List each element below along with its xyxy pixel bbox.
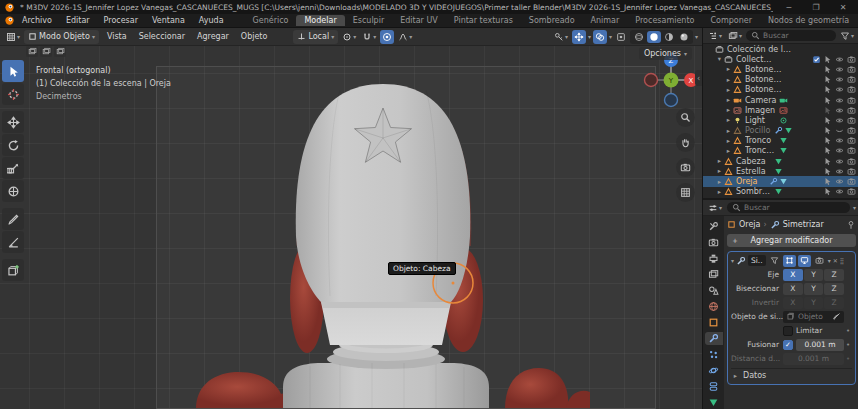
nav-camera-view-button[interactable] <box>676 158 695 177</box>
properties-search-input[interactable]: Buscar <box>727 202 850 213</box>
editor-type-icon[interactable]: ▾ <box>4 30 22 44</box>
viewport-mini-toggle-1[interactable] <box>26 46 38 57</box>
outliner-row-camera[interactable]: ▸Camera <box>703 95 858 105</box>
toggle-pointer-icon[interactable] <box>822 177 833 186</box>
menu-editar[interactable]: Editar <box>59 16 97 25</box>
tool-measure[interactable] <box>2 231 24 253</box>
outliner-row-oreja[interactable]: ▸Oreja <box>703 176 858 186</box>
axis-x-button[interactable]: X <box>783 269 803 281</box>
viewport-canvas[interactable]: Frontal (ortogonal) (1) Colección de la … <box>0 46 702 409</box>
toggle-eye-icon[interactable] <box>834 96 845 105</box>
toggle-camera-icon[interactable] <box>846 96 857 105</box>
tool-annotate[interactable] <box>2 208 24 230</box>
viewport-3d[interactable]: ▾ Modo Objeto▾ VistaSeleccionarAgregarOb… <box>0 28 702 409</box>
viewport-mini-toggle-3[interactable] <box>54 46 66 57</box>
workspace-tab-nodos-de-geometría[interactable]: Nodos de geometría <box>760 15 857 26</box>
workspace-tab-animar[interactable]: Animar <box>583 15 628 26</box>
axis-z-button[interactable]: Z <box>824 283 844 295</box>
sidebar-collapse-arrow[interactable]: ‹ <box>695 70 702 86</box>
shading-rendered-button[interactable] <box>677 31 691 43</box>
overlays-toggle[interactable] <box>593 30 607 44</box>
expand-chevron-icon[interactable]: ▸ <box>724 147 733 155</box>
toggle-eye-icon[interactable] <box>834 75 845 84</box>
toggle-eye-icon[interactable] <box>834 55 845 64</box>
gizmos-toggle[interactable] <box>572 30 586 44</box>
modifier-name-field[interactable]: Si.. <box>748 255 766 266</box>
properties-options-dropdown[interactable]: ▾ <box>853 205 856 211</box>
modifier-drag-handle[interactable]: ⣿ <box>840 258 844 264</box>
minimize-button[interactable]: ─ <box>778 0 800 14</box>
expand-chevron-icon[interactable]: ▸ <box>724 127 733 135</box>
expand-chevron-icon[interactable]: ▸ <box>724 65 733 73</box>
tool-select-box[interactable] <box>2 60 24 82</box>
outliner-row-cabeza[interactable]: ▸Cabeza <box>703 156 858 166</box>
pivot-dropdown[interactable]: ▾ <box>340 30 358 44</box>
subpanel-datos[interactable]: ▸Datos <box>731 368 852 380</box>
axis-x-button[interactable]: X <box>783 283 803 295</box>
toggle-camera-icon[interactable] <box>846 55 857 64</box>
toggle-pointer-icon[interactable] <box>822 65 833 74</box>
transform-orientation-dropdown[interactable]: Local▾ <box>293 30 338 44</box>
toggle-eye-icon[interactable] <box>834 167 845 176</box>
viewport-menu-seleccionar[interactable]: Seleccionar <box>133 32 191 41</box>
maximize-button[interactable]: ❐ <box>805 0 827 14</box>
menu-procesar[interactable]: Procesar <box>97 16 145 25</box>
toggle-eye-icon[interactable] <box>834 106 845 115</box>
viewport-menu-objeto[interactable]: Objeto <box>235 32 274 41</box>
properties-tab-constraints[interactable] <box>705 380 723 393</box>
expand-chevron-icon[interactable]: ▸ <box>724 116 733 124</box>
workspace-tab-sombreado[interactable]: Sombreado <box>521 15 583 26</box>
toggle-eye-icon[interactable] <box>834 116 845 125</box>
toggle-pointer-icon[interactable] <box>822 116 833 125</box>
toggle-eye-icon[interactable] <box>834 187 845 196</box>
toggle-pointer-icon[interactable] <box>822 85 833 94</box>
shading-material-button[interactable] <box>662 31 676 43</box>
toggle-eye-icon[interactable] <box>834 146 845 155</box>
toggle-pointer-icon[interactable] <box>822 136 833 145</box>
workspace-tab-esculpir[interactable]: Esculpir <box>345 15 393 26</box>
toggle-camera-icon[interactable] <box>846 116 857 125</box>
snap-magnet-toggle[interactable]: ▾ <box>360 30 378 44</box>
properties-tab-modifiers[interactable] <box>705 332 723 345</box>
toggle-pointer-icon[interactable] <box>822 157 833 166</box>
properties-tab-tool[interactable] <box>705 220 723 233</box>
workspace-tab-modelar[interactable]: Modelar <box>296 15 344 26</box>
workspace-tab-procesamiento[interactable]: Procesamiento <box>627 15 702 26</box>
modifier-edit-cage-toggle[interactable] <box>768 255 781 267</box>
blender-menu-icon[interactable] <box>4 15 15 26</box>
toggle-camera-icon[interactable] <box>846 106 857 115</box>
modifier-extras-dropdown[interactable]: ▾ <box>828 258 831 264</box>
outliner-row-estrella[interactable]: ▸Estrella <box>703 166 858 176</box>
menu-ventana[interactable]: Ventana <box>145 16 192 25</box>
toggle-camera-icon[interactable] <box>846 136 857 145</box>
outliner-editor-type-icon[interactable]: ▾ <box>706 29 724 43</box>
properties-tab-physics[interactable] <box>705 364 723 377</box>
properties-tab-object[interactable] <box>705 316 723 329</box>
expand-chevron-icon[interactable]: ▸ <box>715 157 724 165</box>
expand-chevron-icon[interactable]: ▸ <box>724 106 733 114</box>
outliner-row-light[interactable]: ▸Light <box>703 115 858 125</box>
toggle-eye-icon[interactable] <box>834 85 845 94</box>
properties-tab-object-data[interactable] <box>705 397 723 409</box>
viewport-mini-toggle-2[interactable] <box>40 46 52 57</box>
toggle-pointer-icon[interactable] <box>822 106 833 115</box>
toggle-eye-icon[interactable] <box>834 157 845 166</box>
modifier-editmode-toggle[interactable] <box>783 255 796 267</box>
outliner-row-tronco-bajo[interactable]: ▸Tronco bajo <box>703 146 858 156</box>
axis-y-button[interactable]: Y <box>804 283 824 295</box>
toggle-camera-icon[interactable] <box>846 85 857 94</box>
breadcrumb-modifier[interactable]: Simetrizar <box>783 220 824 229</box>
add-modifier-button[interactable]: ＋Agregar modificador <box>727 234 856 247</box>
toggle-camera-icon[interactable] <box>846 177 857 186</box>
toggle-pointer-icon[interactable] <box>822 126 833 135</box>
expand-chevron-icon[interactable]: ▸ <box>724 96 733 104</box>
toggle-camera-icon[interactable] <box>846 75 857 84</box>
toggle-camera-icon[interactable] <box>846 187 857 196</box>
modifier-realtime-toggle[interactable] <box>798 255 811 267</box>
axis-z-button[interactable]: Z <box>824 269 844 281</box>
toggle-pointer-icon[interactable] <box>822 96 833 105</box>
proportional-edit-toggle[interactable] <box>380 30 394 44</box>
menu-archivo[interactable]: Archivo <box>15 16 59 25</box>
toggle-pointer-icon[interactable] <box>822 75 833 84</box>
mode-dropdown[interactable]: Modo Objeto▾ <box>24 30 99 44</box>
